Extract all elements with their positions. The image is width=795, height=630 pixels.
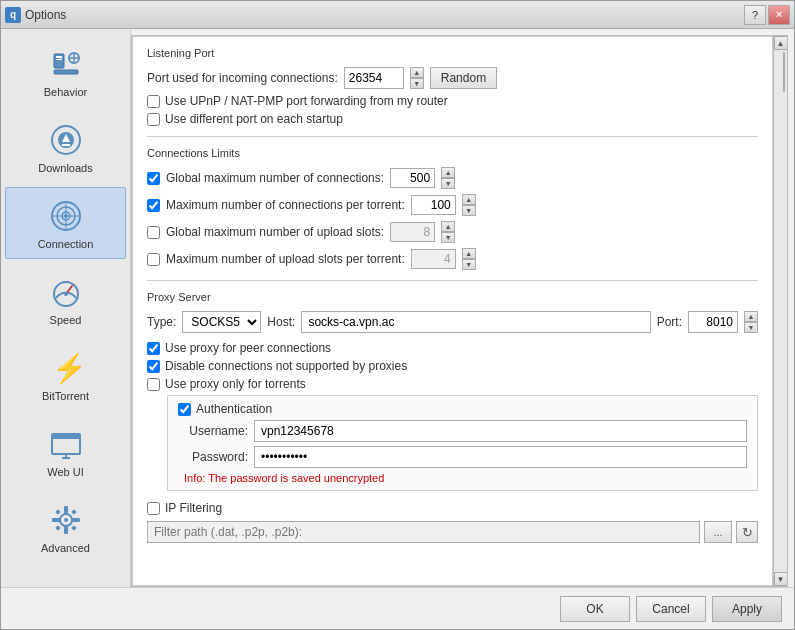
titlebar-left: q Options <box>5 7 66 23</box>
sidebar-item-speed[interactable]: Speed <box>5 263 126 335</box>
scrollbar: ▲ ▼ <box>773 36 787 586</box>
window-title: Options <box>25 8 66 22</box>
global-max-down[interactable]: ▼ <box>441 178 455 189</box>
random-button[interactable]: Random <box>430 67 497 89</box>
username-input[interactable] <box>254 420 747 442</box>
sidebar-label-advanced: Advanced <box>41 542 90 554</box>
per-torrent-spinner[interactable]: ▲ ▼ <box>462 194 476 216</box>
upload-slots-torrent-up[interactable]: ▲ <box>462 248 476 259</box>
auth-checkbox-row: Authentication <box>178 402 747 416</box>
global-max-checkbox[interactable] <box>147 172 160 185</box>
upload-slots-up[interactable]: ▲ <box>441 221 455 232</box>
svg-rect-1 <box>56 56 62 58</box>
sidebar-label-downloads: Downloads <box>38 162 92 174</box>
close-button[interactable]: ✕ <box>768 5 790 25</box>
refresh-icon[interactable]: ↻ <box>736 521 758 543</box>
proxy-type-select[interactable]: SOCKS5 None SOCKS4 HTTP <box>182 311 261 333</box>
password-input[interactable] <box>254 446 747 468</box>
host-label: Host: <box>267 315 295 329</box>
ip-filter-checkbox[interactable] <box>147 502 160 515</box>
ok-button[interactable]: OK <box>560 596 630 622</box>
upload-slots-torrent-down[interactable]: ▼ <box>462 259 476 270</box>
peer-proxy-label: Use proxy for peer connections <box>165 341 331 355</box>
bittorrent-icon: ⚡ <box>46 348 86 388</box>
peer-proxy-checkbox[interactable] <box>147 342 160 355</box>
global-max-up[interactable]: ▲ <box>441 167 455 178</box>
info-text: Info: The password is saved unencrypted <box>178 472 747 484</box>
sidebar-item-webui[interactable]: Web UI <box>5 415 126 487</box>
proxy-only-checkbox[interactable] <box>147 378 160 391</box>
global-max-spinner[interactable]: ▲ ▼ <box>441 167 455 189</box>
proxy-type-row: Type: SOCKS5 None SOCKS4 HTTP Host: Port… <box>147 311 758 333</box>
sidebar-label-bittorrent: BitTorrent <box>42 390 89 402</box>
svg-rect-32 <box>71 509 77 515</box>
sidebar-item-connection[interactable]: Connection <box>5 187 126 259</box>
titlebar: q Options ? ✕ <box>1 1 794 29</box>
proxy-port-up[interactable]: ▲ <box>744 311 758 322</box>
port-proxy-label: Port: <box>657 315 682 329</box>
behavior-icon <box>46 44 86 84</box>
proxy-port-down[interactable]: ▼ <box>744 322 758 333</box>
per-torrent-label: Maximum number of connections per torren… <box>166 198 405 212</box>
sidebar-item-downloads[interactable]: Downloads <box>5 111 126 183</box>
sidebar-item-behavior[interactable]: Behavior <box>5 35 126 107</box>
disable-connections-row: Disable connections not supported by pro… <box>147 359 758 373</box>
upload-slots-spinner[interactable]: ▲ ▼ <box>441 221 455 243</box>
spin-down[interactable]: ▼ <box>410 78 424 89</box>
host-input[interactable] <box>301 311 650 333</box>
connection-limits-title: Connections Limits <box>147 147 758 159</box>
auth-checkbox[interactable] <box>178 403 191 416</box>
sidebar: Behavior Downloads <box>1 29 131 587</box>
spin-up[interactable]: ▲ <box>410 67 424 78</box>
help-button[interactable]: ? <box>744 5 766 25</box>
per-torrent-input[interactable] <box>411 195 456 215</box>
filter-browse-button[interactable]: ... <box>704 521 732 543</box>
global-max-input[interactable] <box>390 168 435 188</box>
upload-slots-checkbox[interactable] <box>147 226 160 239</box>
upload-slots-torrent-checkbox[interactable] <box>147 253 160 266</box>
panel-content: Listening Port Port used for incoming co… <box>132 36 773 586</box>
upload-slots-row: Global maximum number of upload slots: ▲… <box>147 221 758 243</box>
upload-slots-torrent-spinner[interactable]: ▲ ▼ <box>462 248 476 270</box>
upload-slots-down[interactable]: ▼ <box>441 232 455 243</box>
port-input[interactable] <box>344 67 404 89</box>
filter-path-input[interactable] <box>147 521 700 543</box>
sidebar-item-bittorrent[interactable]: ⚡ BitTorrent <box>5 339 126 411</box>
webui-icon <box>46 424 86 464</box>
proxy-server-title: Proxy Server <box>147 291 758 303</box>
proxy-port-spinner[interactable]: ▲ ▼ <box>744 311 758 333</box>
svg-rect-31 <box>55 509 61 515</box>
diff-port-label: Use different port on each startup <box>165 112 343 126</box>
scrollbar-thumb[interactable] <box>783 52 785 92</box>
scroll-up-button[interactable]: ▲ <box>774 36 788 50</box>
connection-icon <box>46 196 86 236</box>
diff-port-checkbox[interactable] <box>147 113 160 126</box>
upnp-row: Use UPnP / NAT-PMP port forwarding from … <box>147 94 758 108</box>
svg-rect-2 <box>56 59 62 60</box>
options-window: q Options ? ✕ <box>0 0 795 630</box>
svg-rect-6 <box>54 70 78 74</box>
filter-path-row: ... ↻ <box>147 521 758 543</box>
main-wrapper: Listening Port Port used for incoming co… <box>131 29 794 587</box>
per-torrent-up[interactable]: ▲ <box>462 194 476 205</box>
content-area: Behavior Downloads <box>1 29 794 587</box>
upload-slots-torrent-label: Maximum number of upload slots per torre… <box>166 252 405 266</box>
sidebar-label-speed: Speed <box>50 314 82 326</box>
panel-scroll-container: Listening Port Port used for incoming co… <box>131 35 788 587</box>
upnp-checkbox[interactable] <box>147 95 160 108</box>
per-torrent-down[interactable]: ▼ <box>462 205 476 216</box>
apply-button[interactable]: Apply <box>712 596 782 622</box>
diff-port-row: Use different port on each startup <box>147 112 758 126</box>
svg-point-19 <box>64 292 68 296</box>
upload-slots-torrent-input[interactable] <box>411 249 456 269</box>
proxy-port-input[interactable] <box>688 311 738 333</box>
upload-slots-label: Global maximum number of upload slots: <box>166 225 384 239</box>
ip-filtering-section: IP Filtering ... ↻ <box>147 501 758 543</box>
per-torrent-checkbox[interactable] <box>147 199 160 212</box>
disable-connections-checkbox[interactable] <box>147 360 160 373</box>
scroll-down-button[interactable]: ▼ <box>774 572 788 586</box>
upload-slots-input[interactable] <box>390 222 435 242</box>
cancel-button[interactable]: Cancel <box>636 596 706 622</box>
sidebar-item-advanced[interactable]: Advanced <box>5 491 126 563</box>
port-spinner[interactable]: ▲ ▼ <box>410 67 424 89</box>
